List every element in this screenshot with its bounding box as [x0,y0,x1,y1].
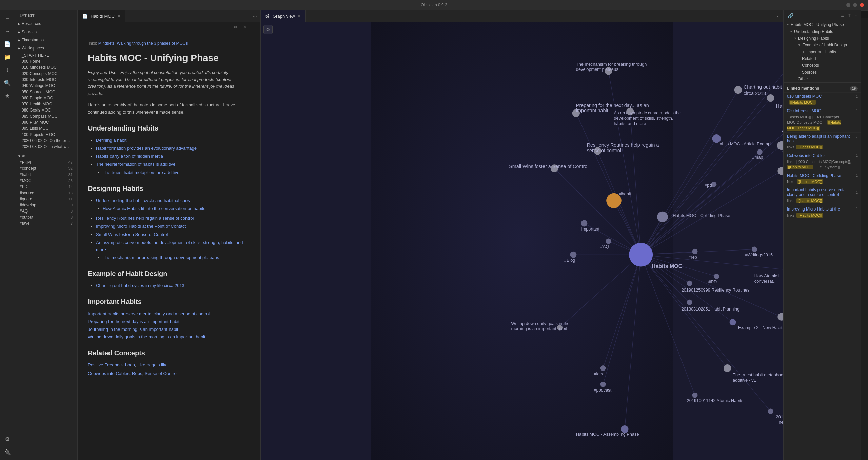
sidebar-item-070[interactable]: 070 Health MOC [15,101,77,107]
link-like-begets[interactable]: Like begets like [137,362,168,367]
tab-close-button[interactable]: ✕ [117,14,120,18]
graph-tab[interactable]: 🕸 Graph view ✕ [261,10,306,22]
link-positive-feedback[interactable]: Positive Feedback Loop [88,362,135,367]
toolbar-close-icon[interactable]: ✕ [241,24,248,31]
node-planning[interactable] [687,300,692,305]
link-resiliency[interactable]: Resiliency Routines help regain a sense … [96,216,194,221]
tag-source[interactable]: #source 13 [15,190,77,196]
tree-item-concepts[interactable]: Concepts [784,62,861,69]
tree-item-example[interactable]: ▼ Example of Habit Design [784,42,861,48]
mention-file-name-3[interactable]: Being able to adapt is an important habi… [787,134,856,143]
node-truest-habit[interactable] [724,364,731,372]
editor-tab-habits-moc[interactable]: 📄 Habits MOC ✕ [78,10,125,22]
node-podcast-tag[interactable] [600,382,606,387]
tag-habit[interactable]: #habit 31 [15,172,77,178]
window-controls[interactable] [846,3,864,7]
close-button[interactable] [860,3,864,7]
sidebar-item-050[interactable]: 050 Sources MOC [15,89,77,95]
link-icon[interactable]: 🔗 [787,12,794,19]
node-atomic[interactable] [692,393,698,398]
node-habit-formation[interactable] [767,94,774,102]
sidebar-item-040[interactable]: 040 Writings MOC [15,83,77,89]
tag-output[interactable]: #output 8 [15,214,77,220]
node-writings[interactable] [752,246,757,252]
panel-sort-icon[interactable]: ≡ [840,12,844,19]
new-file-icon[interactable]: 📄 [2,39,13,49]
sidebar-tags-header[interactable]: ▼ # [15,153,77,159]
mention-file-name[interactable]: 010 Mindsets MOC [787,94,822,99]
sidebar-section-sources-header[interactable]: ▶ Sources [15,28,77,35]
sidebar-item-030[interactable]: 030 Interests MOC [15,77,77,83]
tree-item-designing[interactable]: ▼ Designing Habits [784,35,861,42]
plugin-icon[interactable]: 🔌 [2,446,13,457]
node-charting[interactable] [734,86,742,94]
mention-file-name-6[interactable]: Important habits preserve mental clarity… [787,187,856,197]
link-atomic-habits[interactable]: How Atomic Habits fit into the conversat… [103,206,205,211]
tag-pkm[interactable]: #PKM 47 [15,159,77,165]
link-defining-habit[interactable]: Defining a habit [96,138,126,143]
panel-sort2-icon[interactable]: ↕ [854,12,858,19]
minimize-button[interactable] [846,3,850,7]
node-idea-tag[interactable] [600,365,606,371]
sidebar-item-000[interactable]: 000 Home [15,58,77,64]
sidebar-item-080[interactable]: 080 Goals MOC [15,107,77,113]
backlink-mindsets[interactable]: Mindsets [98,41,115,46]
sidebar-item-010[interactable]: 010 Mindsets MOC [15,64,77,71]
new-folder-icon[interactable]: 📁 [2,52,13,62]
node-improving[interactable] [777,167,783,175]
node-pd2-tag[interactable] [714,274,719,279]
node-pd-tag[interactable] [711,182,716,187]
mention-file-name-2[interactable]: 030 Interests MOC [787,108,821,113]
link-habits-inertia[interactable]: Habits carry a ton of hidden inertia [96,154,163,159]
sidebar-item-060[interactable]: 060 People MOC [15,95,77,101]
node-colliding[interactable] [657,212,668,222]
settings-icon[interactable]: ⚙ [2,434,13,444]
link-improving-micro[interactable]: Improving Micro Habits at the Point of C… [96,224,186,229]
sidebar-item-020[interactable]: 020 Concepts MOC [15,71,77,77]
mention-file-name-5[interactable]: Habits MOC - Colliding Phase [787,173,841,178]
node-rep-tag[interactable] [692,249,698,254]
sidebar-item-2020-06[interactable]: 2020-06-02 O- On the proc... [15,138,77,144]
link-habit-cycle[interactable]: Understanding the habit cycle and habitu… [96,198,190,203]
node-aq-tag[interactable] [606,239,611,244]
node-example2[interactable] [730,319,736,325]
toolbar-more-icon[interactable]: ⋮ [250,24,258,31]
node-important-tag[interactable] [581,220,587,226]
nav-forward-icon[interactable]: → [2,26,13,37]
plain-link-mental-clarity[interactable]: Important habits preserve mental clarity… [88,311,250,318]
link-reps[interactable]: Reps [132,371,142,376]
node-cobwebs[interactable] [777,313,783,320]
star-icon[interactable]: ★ [2,90,13,101]
sidebar-section-timestamps-header[interactable]: ▶ Timestamps [15,37,77,43]
sidebar-item-start[interactable]: _START HERE [15,52,77,58]
backlink-walking[interactable]: Walking through the 3 phases of MOCs [117,41,188,46]
sort-icon[interactable]: ↕ [2,64,13,75]
tab-more-button[interactable]: ⋯ [249,14,260,19]
tree-item-sources[interactable]: Sources [784,69,861,76]
node-map[interactable] [757,149,763,155]
sidebar-item-2020-08[interactable]: 2020-08-08 O- In what way... [15,144,77,150]
mention-file-name-7[interactable]: Improving Micro Habits at the [787,207,840,212]
tree-item-unifying[interactable]: ▼ Habits MOC - Unifying Phase [784,21,861,28]
tag-concept[interactable]: #concept 32 [15,165,77,172]
link-asymptotic[interactable]: An asymptotic curve models the developme… [96,240,243,252]
mention-file-name-4[interactable]: Cobwebs into Cables [787,153,825,158]
sidebar-item-095[interactable]: 095 Lists MOC [15,125,77,132]
node-habits-moc[interactable] [629,243,653,266]
plain-link-writing-down[interactable]: Writing down daily goals in the morning … [88,334,250,341]
link-charting[interactable]: Charting out habit cycles in my life cir… [96,283,184,288]
link-neural-formation[interactable]: The neural formation of habits is additi… [96,162,175,167]
link-cobwebs[interactable]: Cobwebs into Cables [88,371,130,376]
panel-text-icon[interactable]: T [847,12,851,19]
link-mechanism[interactable]: The mechanism for breaking through devel… [103,255,219,260]
sidebar-item-090[interactable]: 090 PKM MOC [15,119,77,125]
link-small-wins[interactable]: Small Wins foster a Sense of Control [96,232,168,237]
sidebar-section-resources-header[interactable]: ▶ Resources [15,20,77,27]
sidebar-item-100[interactable]: 100 Projects MOC [15,132,77,138]
graph-settings-button[interactable]: ⚙ [263,25,273,34]
linked-mentions-header[interactable]: Linked mentions 19 [784,85,861,92]
maximize-button[interactable] [853,3,857,7]
link-truest-habit[interactable]: The truest habit metaphors are additive [103,170,179,175]
tag-quote[interactable]: #quote 11 [15,196,77,202]
graph-tab-more-button[interactable]: ⋮ [772,14,783,19]
